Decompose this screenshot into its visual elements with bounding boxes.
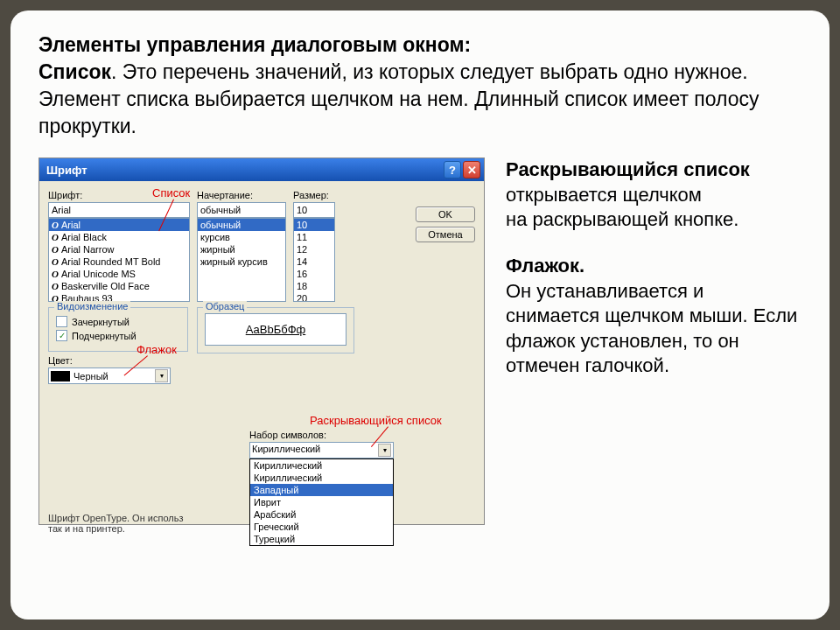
list-item[interactable]: жирный курсив (198, 256, 285, 268)
list-item[interactable]: Иврит (250, 496, 393, 508)
chevron-down-icon[interactable]: ▾ (378, 444, 391, 457)
strikethrough-checkbox[interactable] (56, 316, 67, 327)
charset-dropdown-list[interactable]: Кириллический Кириллический Западный Ивр… (249, 458, 394, 546)
style-listbox[interactable]: обычный курсив жирный жирный курсив (197, 218, 286, 302)
list-item[interactable]: 10 (294, 219, 334, 231)
list-item[interactable]: 16 (294, 268, 334, 280)
callout-dropdown: Раскрывающийся список (310, 414, 442, 427)
color-swatch-icon (51, 371, 70, 382)
header-text: Элементы управления диалоговым окном: Сп… (38, 32, 802, 140)
callout-list: Список (152, 186, 190, 200)
color-combo[interactable]: Черный ▾ (48, 368, 171, 384)
list-item[interactable]: OArial (49, 219, 189, 231)
font-icon: O (52, 232, 59, 242)
sample-legend: Образец (203, 301, 247, 312)
list-item[interactable]: 14 (294, 256, 334, 268)
help-button[interactable]: ? (444, 161, 461, 178)
callout-checkbox: Флажок (136, 343, 177, 356)
dropdown-description: Раскрывающийся список открывается щелчко… (506, 158, 802, 233)
dialog-title: Шрифт (43, 164, 442, 177)
color-value: Черный (74, 371, 155, 382)
size-input[interactable]: 10 (293, 202, 335, 218)
ok-button[interactable]: OK (416, 206, 475, 222)
list-item[interactable]: обычный (198, 219, 285, 231)
list-item[interactable]: 11 (294, 231, 334, 243)
strikethrough-label: Зачеркнутый (72, 317, 130, 327)
list-item[interactable]: OArial Rounded MT Bold (49, 256, 189, 268)
footer-text: Шрифт OpenType. Он использтак и на принт… (48, 513, 183, 534)
list-desc: . Это перечень значений, из которых след… (38, 60, 760, 137)
list-item[interactable]: Кириллический (250, 459, 393, 472)
underline-checkbox[interactable]: ✓ (56, 330, 67, 341)
list-item[interactable]: Греческий (250, 521, 393, 533)
cancel-button[interactable]: Отмена (416, 227, 475, 242)
list-item[interactable]: OArial Unicode MS (49, 268, 189, 280)
list-item[interactable]: жирный (198, 243, 285, 256)
font-icon: O (52, 244, 59, 255)
list-item[interactable]: OArial Black (49, 231, 189, 243)
list-item[interactable]: курсив (198, 231, 285, 243)
style-label: Начертание: (197, 190, 286, 200)
modification-legend: Видоизменение (54, 301, 130, 312)
list-term: Список (38, 60, 111, 83)
dropdown-term: Раскрывающийся список (506, 158, 750, 180)
close-button[interactable]: ✕ (463, 161, 480, 178)
chevron-down-icon[interactable]: ▾ (155, 369, 168, 382)
checkbox-description: Флажок. Он устанавливается и снимается щ… (506, 254, 802, 379)
checkbox-term: Флажок. (506, 255, 584, 276)
list-item[interactable]: Кириллический (250, 472, 393, 484)
font-listbox[interactable]: OArial OArial Black OArial Narrow OArial… (48, 218, 190, 302)
font-icon: O (52, 281, 59, 291)
style-input[interactable]: обычный (197, 202, 286, 218)
list-item[interactable]: Арабский (250, 508, 393, 521)
list-item[interactable]: Западный (250, 484, 393, 496)
list-item[interactable]: OBaskerville Old Face (49, 280, 189, 292)
list-item[interactable]: 12 (294, 243, 334, 256)
header-title: Элементы управления диалоговым окном: (38, 33, 471, 56)
font-icon: O (52, 256, 59, 267)
font-dialog: Шрифт ? ✕ Шрифт: Arial OArial OArial Bla… (38, 158, 485, 525)
font-icon: O (52, 269, 59, 279)
sample-fieldset: Образец АаBbБбФф (197, 307, 354, 354)
size-listbox[interactable]: 10 11 12 14 16 18 20 (293, 218, 335, 302)
list-item[interactable]: 18 (294, 280, 334, 292)
font-icon: O (52, 220, 59, 230)
size-label: Размер: (293, 190, 335, 200)
titlebar[interactable]: Шрифт ? ✕ (39, 158, 484, 181)
underline-label: Подчеркнутый (72, 331, 136, 341)
list-item[interactable]: 20 (294, 292, 334, 302)
list-item[interactable]: Турецкий (250, 533, 393, 545)
color-label: Цвет: (48, 355, 188, 366)
sample-text: АаBbБбФф (205, 313, 346, 346)
list-item[interactable]: OArial Narrow (49, 243, 189, 256)
